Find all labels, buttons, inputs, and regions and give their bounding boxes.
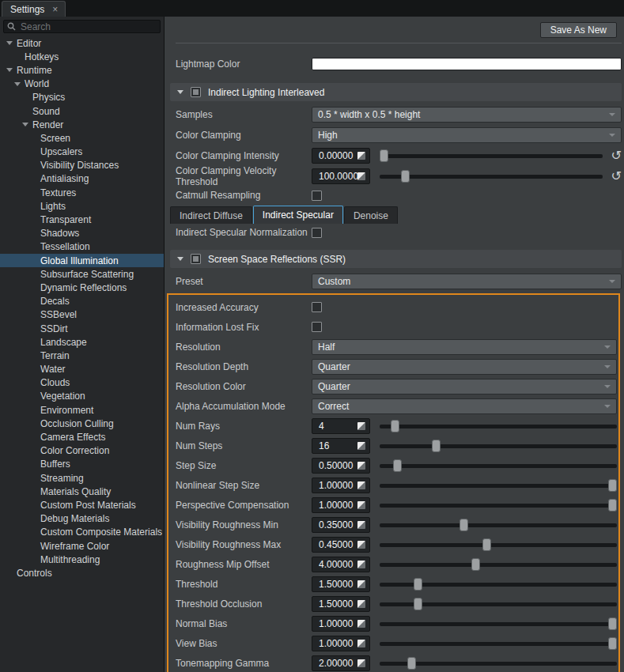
sidebar-item-buffers[interactable]: Buffers <box>0 458 164 471</box>
threshold-slider[interactable] <box>380 576 617 592</box>
tonemapping-gamma-slider[interactable] <box>380 655 617 671</box>
collapse-arrow-icon[interactable] <box>177 90 183 94</box>
drag-value-icon[interactable] <box>357 620 365 628</box>
drag-value-icon[interactable] <box>357 521 365 529</box>
resolution-depth-dropdown[interactable]: Quarter <box>312 359 617 375</box>
chevron-down-icon[interactable] <box>6 68 17 72</box>
color-clamping-intensity-slider[interactable] <box>380 148 603 164</box>
chevron-down-icon[interactable] <box>14 82 25 86</box>
lightmap-color-swatch[interactable] <box>312 58 622 70</box>
drag-value-icon[interactable] <box>357 481 365 489</box>
tab-indirect-diffuse[interactable]: Indirect Diffuse <box>170 206 252 224</box>
color-clamping-intensity-field[interactable]: 0.00000 <box>312 148 370 164</box>
sidebar-item-landscape[interactable]: Landscape <box>0 335 164 349</box>
sidebar-item-hotkeys[interactable]: Hotkeys <box>0 50 164 63</box>
threshold-occlusion-field[interactable]: 1.50000 <box>312 596 370 612</box>
drag-value-icon[interactable] <box>357 659 365 667</box>
num-steps-slider[interactable] <box>380 438 617 454</box>
save-as-new-button[interactable]: Save As New <box>540 22 617 38</box>
visibility-roughness-max-field[interactable]: 0.45000 <box>312 537 370 553</box>
drag-value-icon[interactable] <box>357 172 365 180</box>
drag-value-icon[interactable] <box>357 561 365 568</box>
drag-value-icon[interactable] <box>357 422 365 430</box>
sidebar-item-global-illumination[interactable]: Global Illumination <box>0 254 164 267</box>
sidebar-item-lights[interactable]: Lights <box>0 199 164 213</box>
visibility-roughness-min-slider[interactable] <box>380 517 617 533</box>
sidebar-item-world[interactable]: World <box>0 77 164 91</box>
search-box[interactable] <box>3 20 161 33</box>
sidebar-item-wireframe-color[interactable]: Wireframe Color <box>0 539 164 553</box>
sidebar-item-environment[interactable]: Environment <box>0 403 164 417</box>
color-clamping-velocity-threshold-field[interactable]: 100.00000 <box>312 168 370 184</box>
nonlinear-step-size-field[interactable]: 1.00000 <box>312 478 370 493</box>
indirect-specular-normalization-checkbox[interactable] <box>312 228 322 238</box>
color-clamping-velocity-threshold-slider[interactable] <box>380 168 603 184</box>
num-steps-field[interactable]: 16 <box>312 438 370 454</box>
sidebar-item-clouds[interactable]: Clouds <box>0 376 164 390</box>
search-input[interactable] <box>19 21 157 33</box>
slider-handle[interactable] <box>407 657 416 670</box>
indirect-lighting-interleaved-section-checkbox[interactable] <box>191 87 201 97</box>
sidebar-item-runtime[interactable]: Runtime <box>0 63 164 77</box>
sidebar-item-debug-materials[interactable]: Debug Materials <box>0 512 164 526</box>
slider-handle[interactable] <box>380 149 388 162</box>
drag-value-icon[interactable] <box>357 640 365 647</box>
visibility-roughness-min-field[interactable]: 0.35000 <box>312 517 370 533</box>
drag-value-icon[interactable] <box>357 580 365 588</box>
slider-handle[interactable] <box>414 578 422 591</box>
sidebar-item-screen[interactable]: Screen <box>0 131 164 145</box>
sidebar-item-ssbevel[interactable]: SSBevel <box>0 308 164 322</box>
slider-handle[interactable] <box>432 440 441 452</box>
sidebar-item-occlusion-culling[interactable]: Occlusion Culling <box>0 417 164 430</box>
section-header-screen-space-reflections-ssr[interactable]: Screen Space Reflections (SSR) <box>170 250 622 268</box>
tab-settings[interactable]: Settings × <box>2 1 66 17</box>
resolution-color-dropdown[interactable]: Quarter <box>312 379 617 395</box>
sidebar-item-custom-composite-materials[interactable]: Custom Composite Materials <box>0 526 164 539</box>
sidebar-item-water[interactable]: Water <box>0 363 164 376</box>
reset-icon[interactable]: ↺ <box>603 148 622 164</box>
perspective-compensation-slider[interactable] <box>380 497 617 513</box>
slider-handle[interactable] <box>459 519 468 531</box>
sidebar-item-streaming[interactable]: Streaming <box>0 471 164 485</box>
nonlinear-step-size-slider[interactable] <box>380 478 617 493</box>
sidebar-item-shadows[interactable]: Shadows <box>0 227 164 240</box>
sidebar-item-physics[interactable]: Physics <box>0 91 164 104</box>
sidebar-item-tessellation[interactable]: Tessellation <box>0 240 164 254</box>
step-size-slider[interactable] <box>380 458 617 474</box>
slider-handle[interactable] <box>471 558 480 571</box>
drag-value-icon[interactable] <box>357 600 365 608</box>
sidebar-item-color-correction[interactable]: Color Correction <box>0 444 164 458</box>
close-icon[interactable]: × <box>52 5 58 14</box>
threshold-occlusion-slider[interactable] <box>380 596 617 612</box>
roughness-mip-offset-slider[interactable] <box>380 557 617 572</box>
drag-value-icon[interactable] <box>357 541 365 549</box>
num-rays-field[interactable]: 4 <box>312 418 370 434</box>
slider-handle[interactable] <box>414 598 422 610</box>
sidebar-item-editor[interactable]: Editor <box>0 36 164 50</box>
sidebar-item-terrain[interactable]: Terrain <box>0 349 164 362</box>
chevron-down-icon[interactable] <box>22 123 32 126</box>
color-clamping-dropdown[interactable]: High <box>312 127 622 143</box>
collapse-arrow-icon[interactable] <box>177 257 183 261</box>
sidebar-item-upscalers[interactable]: Upscalers <box>0 145 164 159</box>
threshold-field[interactable]: 1.50000 <box>312 576 370 592</box>
sidebar-item-antialiasing[interactable]: Antialiasing <box>0 172 164 186</box>
sidebar-item-multithreading[interactable]: Multithreading <box>0 553 164 566</box>
slider-handle[interactable] <box>608 479 617 492</box>
view-bias-slider[interactable] <box>380 636 617 651</box>
view-bias-field[interactable]: 1.00000 <box>312 636 370 651</box>
sidebar-item-decals[interactable]: Decals <box>0 295 164 308</box>
tab-denoise[interactable]: Denoise <box>344 206 398 224</box>
sidebar-item-render[interactable]: Render <box>0 118 164 131</box>
sidebar-item-subsurface-scattering[interactable]: Subsurface Scattering <box>0 267 164 281</box>
sidebar-item-ssdirt[interactable]: SSDirt <box>0 322 164 335</box>
slider-handle[interactable] <box>401 170 410 183</box>
resolution-dropdown[interactable]: Half <box>312 339 617 355</box>
catmull-resampling-checkbox[interactable] <box>312 191 322 201</box>
alpha-accumulation-mode-dropdown[interactable]: Correct <box>312 398 617 414</box>
drag-value-icon[interactable] <box>357 442 365 450</box>
increased-accuracy-checkbox[interactable] <box>312 302 322 312</box>
slider-handle[interactable] <box>608 617 617 630</box>
chevron-down-icon[interactable] <box>6 41 17 45</box>
reset-icon[interactable]: ↺ <box>603 168 622 184</box>
